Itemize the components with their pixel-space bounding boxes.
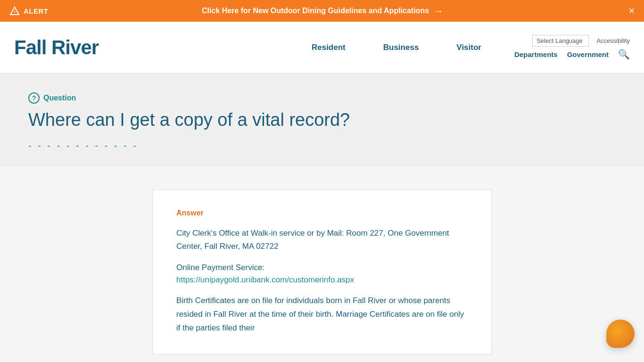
- category-label: ? Question: [28, 92, 616, 104]
- nav-business[interactable]: Business: [364, 22, 438, 74]
- content-area: Answer City Clerk's Office at Walk-in se…: [0, 166, 644, 362]
- alert-banner: ! ALERT Click Here for New Outdoor Dinin…: [0, 0, 644, 22]
- alert-arrow-icon: →: [434, 6, 442, 16]
- address-text: City Clerk's Office at Walk-in service o…: [176, 227, 468, 254]
- question-circle-icon: ?: [28, 92, 40, 104]
- main-nav: Resident Business Visitor: [293, 22, 500, 74]
- page-title: Where can I get a copy of a vital record…: [28, 109, 616, 131]
- nav-visitor[interactable]: Visitor: [438, 22, 500, 74]
- category-text: Question: [43, 94, 76, 102]
- svg-text:!: !: [14, 9, 16, 14]
- site-logo[interactable]: Fall River: [14, 38, 99, 58]
- nav-departments[interactable]: Departments: [514, 50, 558, 58]
- title-divider: - - - - - - - - - - - -: [28, 140, 616, 151]
- online-payment-label: Online Payment Service:: [176, 263, 468, 272]
- nav-government[interactable]: Government: [567, 50, 609, 58]
- page-header: ? Question Where can I get a copy of a v…: [0, 74, 644, 166]
- birth-cert-text: Birth Certificates are on file for indiv…: [176, 294, 468, 335]
- alert-message: Click Here for New Outdoor Dining Guidel…: [202, 7, 429, 15]
- language-selector[interactable]: Select Language: [532, 35, 589, 47]
- alert-close-button[interactable]: ×: [628, 6, 635, 16]
- nav-resident[interactable]: Resident: [293, 22, 364, 74]
- header-top-right: Select Language Accessibility: [532, 35, 630, 47]
- payment-link[interactable]: https://unipaygold.unibank.com/customeri…: [176, 275, 354, 284]
- search-icon: 🔍: [618, 49, 630, 59]
- language-label: Select Language: [537, 37, 583, 44]
- answer-card: Answer City Clerk's Office at Walk-in se…: [152, 189, 492, 354]
- alert-triangle-icon: !: [9, 6, 20, 16]
- accessibility-link[interactable]: Accessibility: [596, 37, 630, 44]
- header-bottom-right: Departments Government 🔍: [514, 49, 630, 60]
- answer-label: Answer: [176, 209, 468, 217]
- site-header: Fall River Resident Business Visitor Sel…: [0, 22, 644, 74]
- header-right: Select Language Accessibility Department…: [514, 35, 630, 60]
- alert-link[interactable]: Click Here for New Outdoor Dining Guidel…: [202, 6, 442, 16]
- alert-label: ALERT: [24, 7, 49, 15]
- alert-left: ! ALERT: [9, 6, 49, 16]
- floating-chat-widget[interactable]: [606, 320, 635, 348]
- search-button[interactable]: 🔍: [618, 49, 630, 60]
